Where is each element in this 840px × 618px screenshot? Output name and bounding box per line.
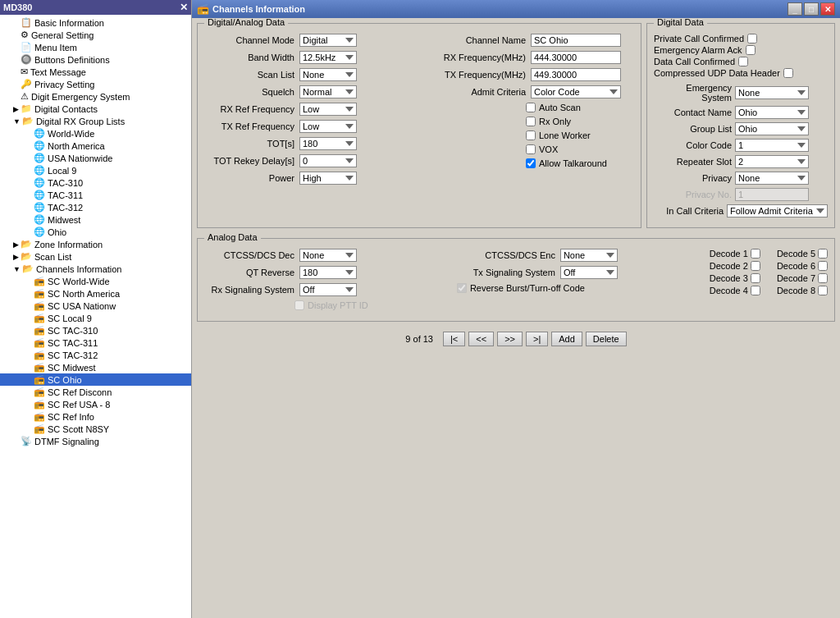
nav-delete-btn[interactable]: Delete — [586, 332, 627, 346]
nav-first-btn[interactable]: |< — [443, 332, 465, 346]
ctcss-dec-select[interactable]: None — [299, 249, 357, 262]
auto-scan-check[interactable] — [526, 103, 536, 112]
tree-item-usa-nationwide[interactable]: ▶🌐USA Nationwide — [0, 152, 191, 164]
privacy-select[interactable]: None — [735, 172, 809, 185]
tree-item-sc-usa-nationw[interactable]: ▶📻SC USA Nationw — [0, 300, 191, 312]
talkaround-check[interactable] — [526, 158, 536, 168]
decode7-check[interactable] — [818, 273, 828, 283]
tree-item-sc-north-america[interactable]: ▶📻SC North America — [0, 287, 191, 300]
decode4-check[interactable] — [751, 286, 760, 295]
nav-last-btn[interactable]: >| — [526, 332, 548, 346]
rx-freq-input[interactable] — [531, 51, 621, 64]
tree-item-dtmf-signaling[interactable]: ▶📡DTMF Signaling — [0, 435, 191, 447]
decode8-check[interactable] — [818, 286, 828, 295]
tree-item-midwest[interactable]: ▶🌐Midwest — [0, 213, 191, 226]
tot-rekey-select[interactable]: 0 — [299, 154, 357, 167]
ctcss-enc-select[interactable]: None — [560, 249, 618, 262]
squelch-label: Squelch — [204, 87, 294, 97]
tree-item-basic-info[interactable]: ▶📋Basic Information — [0, 16, 191, 29]
display-ptt-check[interactable] — [294, 300, 304, 310]
squelch-select[interactable]: NormalTight — [299, 85, 357, 98]
compressed-udp-check[interactable] — [783, 68, 793, 78]
tree-item-tac-312[interactable]: ▶🌐TAC-312 — [0, 201, 191, 213]
tree-item-sc-scott-n8sy[interactable]: ▶📻SC Scott N8SY — [0, 423, 191, 435]
rx-only-label: Rx Only — [539, 117, 571, 126]
scan-list-select[interactable]: None — [299, 68, 357, 81]
tree-item-sc-midwest[interactable]: ▶📻SC Midwest — [0, 361, 191, 373]
emergency-system-select[interactable]: None — [735, 86, 809, 99]
private-call-check[interactable] — [747, 34, 757, 43]
tree-item-digital-contacts[interactable]: ▶📁Digital Contacts — [0, 103, 191, 115]
bandwidth-select[interactable]: 12.5kHz25kHz — [299, 51, 357, 64]
tree-item-buttons-def[interactable]: ▶🔘Buttons Definitions — [0, 53, 191, 66]
tree-item-label: SC TAC-312 — [48, 350, 98, 360]
tree-item-sc-tac-311[interactable]: ▶📻SC TAC-311 — [0, 336, 191, 349]
color-code-select[interactable]: 123 — [735, 139, 809, 152]
tree-item-sc-ref-info[interactable]: ▶📻SC Ref Info — [0, 410, 191, 423]
data-call-check[interactable] — [738, 57, 748, 66]
repeater-slot-select[interactable]: 12 — [735, 155, 809, 168]
nav-prev-btn[interactable]: << — [468, 332, 494, 346]
tree-item-sc-ref-disconn[interactable]: ▶📻SC Ref Disconn — [0, 386, 191, 398]
tree-item-sc-ref-usa-8[interactable]: ▶📻SC Ref USA - 8 — [0, 398, 191, 410]
close-panel-btn[interactable]: ✕ — [180, 2, 188, 13]
group-list-select[interactable]: Ohio — [735, 122, 809, 135]
nav-add-btn[interactable]: Add — [551, 332, 582, 346]
channel-mode-select[interactable]: DigitalAnalog — [299, 34, 357, 47]
tree-item-tac-311[interactable]: ▶🌐TAC-311 — [0, 189, 191, 201]
contact-name-select[interactable]: Ohio — [735, 106, 809, 119]
tree-item-menu-item[interactable]: ▶📄Menu Item — [0, 41, 191, 53]
tree-item-world-wide[interactable]: ▶🌐World-Wide — [0, 127, 191, 140]
channel-name-input[interactable] — [531, 34, 621, 47]
tx-signaling-select[interactable]: Off — [560, 266, 618, 279]
tree-item-north-america[interactable]: ▶🌐North America — [0, 140, 191, 152]
close-btn[interactable]: ✕ — [820, 2, 835, 16]
vox-row: VOX — [427, 144, 634, 154]
tree-item-sc-tac-312[interactable]: ▶📻SC TAC-312 — [0, 349, 191, 361]
rx-signaling-select[interactable]: Off — [299, 283, 357, 296]
tree-item-general-setting[interactable]: ▶⚙General Setting — [0, 29, 191, 41]
reverse-burst-check[interactable] — [457, 283, 467, 293]
decode6-check[interactable] — [818, 261, 828, 271]
decode2-check[interactable] — [751, 261, 760, 271]
tree-item-sc-tac-310[interactable]: ▶📻SC TAC-310 — [0, 324, 191, 336]
digital-data-title: Digital Data — [654, 18, 707, 27]
decode5-label: Decode 5 — [777, 249, 815, 259]
tree-item-digit-emergency[interactable]: ▶⚠Digit Emergency System — [0, 90, 191, 103]
tree-item-digital-rx-group[interactable]: ▼📂Digital RX Group Lists — [0, 115, 191, 127]
decode8-row: Decode 8 — [777, 286, 828, 295]
tree-item-zone-info[interactable]: ▶📂Zone Information — [0, 238, 191, 250]
minimize-btn[interactable]: _ — [788, 2, 802, 16]
maximize-btn[interactable]: □ — [804, 2, 819, 16]
decode3-check[interactable] — [751, 273, 760, 283]
tx-freq-input[interactable] — [531, 68, 621, 81]
rx-ref-freq-select[interactable]: LowMediumHigh — [299, 103, 357, 116]
power-select[interactable]: HighLow — [299, 172, 357, 185]
tree-item-privacy-setting[interactable]: ▶🔑Privacy Setting — [0, 78, 191, 90]
nav-next-btn[interactable]: >> — [497, 332, 523, 346]
qt-reverse-select[interactable]: 180 — [299, 266, 357, 279]
tx-ref-freq-select[interactable]: LowMediumHigh — [299, 120, 357, 133]
tree-item-channels-info[interactable]: ▼📂Channels Information — [0, 263, 191, 275]
in-call-criteria-select[interactable]: Follow Admit CriteriaAlwaysChannel Free — [727, 204, 828, 217]
tree-item-sc-ohio[interactable]: ▶📻SC Ohio — [0, 373, 191, 386]
tree-item-text-message[interactable]: ▶✉Text Message — [0, 66, 191, 78]
rx-only-check[interactable] — [526, 117, 536, 126]
tree-item-tac-310[interactable]: ▶🌐TAC-310 — [0, 176, 191, 189]
tot-select[interactable]: 180015 — [299, 137, 357, 150]
admit-criteria-select[interactable]: Color CodeAlwaysChannel Free — [531, 85, 621, 98]
tree-item-local-9[interactable]: ▶🌐Local 9 — [0, 164, 191, 176]
decode5-check[interactable] — [818, 249, 828, 259]
tree-item-sc-local-9[interactable]: ▶📻SC Local 9 — [0, 312, 191, 324]
vox-check[interactable] — [526, 144, 536, 154]
emergency-alarm-check[interactable] — [746, 45, 756, 55]
tree-item-sc-worldwide[interactable]: ▶📻SC World-Wide — [0, 275, 191, 287]
right-panel: 📻 Channels Information _ □ ✕ Digital/Ana… — [192, 0, 840, 618]
tree-item-scan-list[interactable]: ▶📂Scan List — [0, 250, 191, 263]
decode1-check[interactable] — [751, 249, 760, 259]
lone-worker-check[interactable] — [526, 130, 536, 140]
rx-freq-row: RX Frequency(MHz) — [427, 51, 634, 64]
tree-item-ohio[interactable]: ▶🌐Ohio — [0, 226, 191, 238]
tot-rekey-row: TOT Rekey Delay[s] 0 — [204, 154, 411, 167]
privacy-no-select[interactable]: 1 — [735, 188, 809, 201]
